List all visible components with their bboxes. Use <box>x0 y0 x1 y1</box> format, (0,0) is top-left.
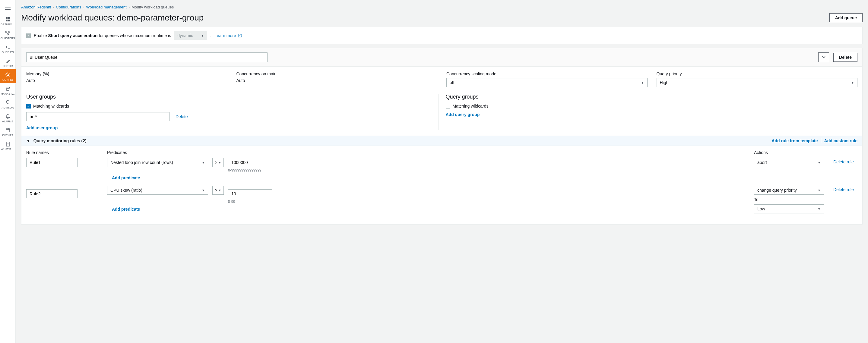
nav-label: QUERIES <box>0 50 16 54</box>
caret-down-icon: ▼ <box>201 34 204 37</box>
rules-heading: Query monitoring rules (2) <box>33 138 87 143</box>
value-hint: 0-999999999999999 <box>228 168 272 172</box>
rule-row: CPU skew (ratio) ▼ > ▼ 0-99 <box>26 186 858 213</box>
to-priority-value: Low <box>757 206 765 211</box>
caret-down-icon: ▼ <box>818 207 820 211</box>
crumb-wlm[interactable]: Workload management <box>86 5 127 9</box>
predicate-value-input[interactable] <box>228 189 272 198</box>
priority-value: High <box>660 80 669 85</box>
qg-wildcards-checkbox[interactable] <box>446 104 450 108</box>
user-group-input[interactable] <box>26 112 169 121</box>
queue-header: Delete <box>22 48 862 67</box>
svg-point-7 <box>7 74 9 76</box>
learn-more-link[interactable]: Learn more <box>214 33 241 38</box>
queue-card: Delete Memory (%) Auto Concurrency on ma… <box>21 48 863 225</box>
qg-wildcards-label: Matching wildcards <box>453 104 489 108</box>
hamburger-icon[interactable] <box>2 2 14 14</box>
rule-name-input[interactable] <box>26 158 78 167</box>
add-queue-button[interactable]: Add queue <box>829 13 863 22</box>
sqa-runtime-select: dynamic ▼ <box>174 31 207 40</box>
marketplace-icon <box>5 85 10 92</box>
left-nav: DASHBO… CLUSTERS QUERIES EDITOR CONFIG M… <box>0 0 16 343</box>
sqa-select-value: dynamic <box>177 33 193 38</box>
predicate-value-input[interactable] <box>228 158 272 167</box>
add-rule-template-link[interactable]: Add rule from template <box>772 138 818 143</box>
to-priority-select[interactable]: Low ▼ <box>754 204 824 213</box>
nav-label: WHAT'S … <box>0 148 16 151</box>
sqa-enable: Enable <box>34 33 47 38</box>
caret-down-icon: ▼ <box>641 81 644 84</box>
nav-marketplace[interactable]: MARKET… <box>0 83 16 97</box>
nav-label: CLUSTERS <box>0 37 16 40</box>
nav-advisor[interactable]: ADVISOR <box>0 97 16 111</box>
nav-whatsnew[interactable]: WHAT'S … <box>0 139 16 152</box>
user-groups-title: User groups <box>26 94 438 100</box>
scaling-select[interactable]: off ▼ <box>446 78 648 87</box>
queries-icon <box>5 44 10 50</box>
add-predicate-button[interactable]: Add predicate <box>112 175 140 180</box>
nav-events[interactable]: EVENTS <box>0 125 16 139</box>
query-groups-col: Query groups Matching wildcards Add quer… <box>438 94 858 130</box>
action-select[interactable]: change query priority ▼ <box>754 186 824 195</box>
nav-config[interactable]: CONFIG <box>0 69 16 83</box>
add-custom-rule-link[interactable]: Add custom rule <box>824 138 858 143</box>
memory-value: Auto <box>26 78 227 83</box>
priority-select[interactable]: High ▼ <box>657 78 858 87</box>
add-predicate-button[interactable]: Add predicate <box>112 207 140 212</box>
nav-queries[interactable]: QUERIES <box>0 42 16 56</box>
dashboard-icon <box>5 16 10 22</box>
nav-label: DASHBO… <box>0 23 16 26</box>
nav-alarms[interactable]: ALARMS <box>0 111 16 125</box>
predicate-select[interactable]: Nested loop join row count (rows) ▼ <box>107 158 208 167</box>
operator-value: > <box>215 160 217 165</box>
page-title: Modify workload queues: demo-parameter-g… <box>21 13 204 23</box>
caret-down-icon: ▼ <box>851 81 854 84</box>
user-groups-col: User groups Matching wildcards Delete Ad… <box>26 94 438 130</box>
nav-clusters[interactable]: CLUSTERS <box>0 28 16 42</box>
scaling-label: Concurrency scaling mode <box>446 71 648 76</box>
to-label: To <box>754 197 828 202</box>
collapse-button[interactable] <box>818 53 829 62</box>
caret-down-icon: ▼ <box>202 189 205 192</box>
operator-select[interactable]: > ▼ <box>212 158 224 167</box>
crumb-redshift[interactable]: Amazon Redshift <box>21 5 51 9</box>
queue-name-input[interactable] <box>26 53 268 62</box>
svg-point-4 <box>5 31 7 33</box>
ug-wildcards-checkbox[interactable] <box>26 104 31 108</box>
delete-queue-button[interactable]: Delete <box>833 53 858 62</box>
rules-header: ▼ Query monitoring rules (2) Add rule fr… <box>22 136 862 146</box>
svg-rect-9 <box>6 129 10 132</box>
action-select[interactable]: abort ▼ <box>754 158 824 167</box>
delete-rule-link[interactable]: Delete rule <box>833 187 854 192</box>
predicate-select[interactable]: CPU skew (ratio) ▼ <box>107 186 208 195</box>
caret-down-icon: ▼ <box>818 189 820 192</box>
crumb-configurations[interactable]: Configurations <box>56 5 81 9</box>
doc-icon <box>6 141 10 147</box>
operator-select[interactable]: > ▼ <box>212 186 224 195</box>
delete-user-group-link[interactable]: Delete <box>176 114 188 119</box>
memory-label: Memory (%) <box>26 71 227 76</box>
caret-down-icon: ▼ <box>218 161 221 164</box>
priority-label: Query priority <box>657 71 858 76</box>
sqa-dot: . <box>210 33 211 38</box>
caret-down-icon: ▼ <box>202 161 205 164</box>
expand-icon[interactable]: ▼ <box>26 138 30 143</box>
nav-label: EVENTS <box>0 134 16 137</box>
nav-label: ADVISOR <box>0 106 16 109</box>
calendar-icon <box>5 127 10 133</box>
action-value: change query priority <box>757 188 797 193</box>
nav-dashboard[interactable]: DASHBO… <box>0 14 16 28</box>
gear-icon <box>5 72 10 78</box>
svg-rect-2 <box>6 20 7 22</box>
delete-rule-link[interactable]: Delete rule <box>833 160 854 164</box>
add-user-group-button[interactable]: Add user group <box>26 125 58 130</box>
nav-editor[interactable]: EDITOR <box>0 56 16 69</box>
chevron-down-icon <box>822 56 826 59</box>
predicate-value: CPU skew (ratio) <box>111 188 142 193</box>
query-groups-title: Query groups <box>446 94 858 100</box>
sqa-checkbox <box>26 33 31 38</box>
breadcrumb: Amazon Redshift › Configurations › Workl… <box>21 4 863 13</box>
rule-name-input[interactable] <box>26 189 78 198</box>
add-query-group-button[interactable]: Add query group <box>446 112 480 117</box>
nav-label: MARKET… <box>0 92 16 95</box>
